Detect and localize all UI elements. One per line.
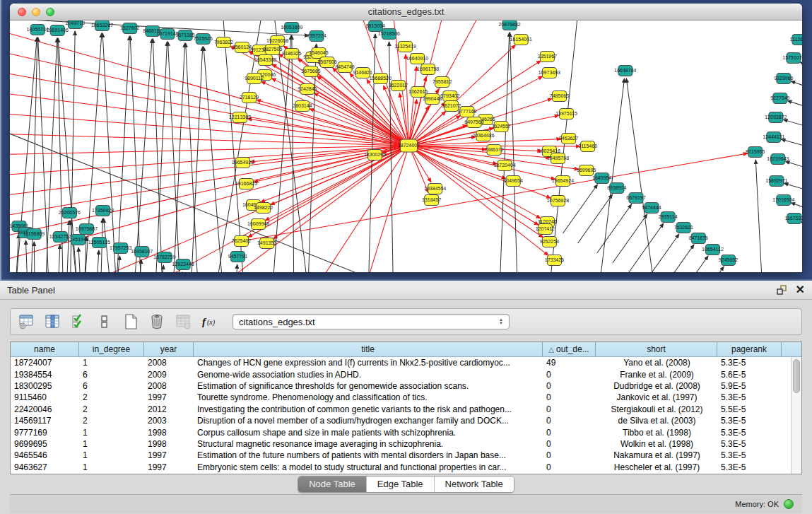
table-row[interactable]: 946362711997Embryonic stem cells: a mode…	[11, 462, 801, 473]
graph-edge[interactable]	[235, 264, 237, 272]
graph-edge[interactable]	[130, 36, 141, 272]
tab-network-table[interactable]: Network Table	[435, 477, 514, 492]
table-row[interactable]: 969969511998Structural magnetic resonanc…	[11, 438, 801, 450]
graph-edge[interactable]	[578, 194, 613, 243]
graph-edge[interactable]	[510, 33, 517, 272]
graph-edge[interactable]	[801, 222, 802, 231]
graph-node-label: 16210643	[767, 157, 789, 162]
graph-edge[interactable]	[783, 119, 802, 130]
column-header-out_de[interactable]: △out_de...	[543, 342, 596, 356]
graph-edge[interactable]	[613, 214, 647, 263]
column-header-pagerank[interactable]: pagerank	[717, 342, 782, 356]
graph-edge[interactable]	[626, 78, 654, 272]
graph-node-label: 9890112	[245, 76, 264, 81]
tab-edge-table[interactable]: Edge Table	[367, 477, 435, 492]
svg-text:(x): (x)	[207, 318, 216, 327]
table-cell: 5.3E-5	[717, 392, 782, 402]
graph-edge[interactable]	[66, 221, 69, 272]
graph-node-label: 16053809	[281, 25, 302, 30]
graph-edge[interactable]	[16, 234, 18, 272]
network-graph[interactable]: 1872400714055734206914062049710106532871…	[10, 21, 802, 272]
minimize-window-button[interactable]	[32, 8, 40, 16]
graph-edge[interactable]	[58, 245, 60, 272]
column-header-year[interactable]: year	[144, 342, 194, 356]
table-cell: Franke et al. (2009)	[596, 370, 717, 380]
table-row[interactable]: 1872400712008Changes of HCN gene express…	[11, 357, 801, 368]
table-row[interactable]: 946554611997Estimation of the future num…	[11, 450, 801, 461]
validate-columns-icon[interactable]	[70, 313, 87, 330]
graph-node-label: 16154001	[510, 37, 532, 42]
table-cell: 1997	[144, 392, 194, 402]
graph-node-label: 20691406	[47, 28, 69, 33]
column-header-name[interactable]: name	[11, 342, 79, 356]
graph-edge[interactable]	[755, 160, 762, 272]
graph-edge[interactable]	[186, 43, 199, 272]
graph-edge[interactable]	[791, 81, 802, 91]
column-header-short[interactable]: short	[596, 342, 717, 356]
graph-node-label: 10975887	[76, 227, 98, 232]
graph-edge[interactable]	[173, 43, 185, 272]
table-row[interactable]: 977716911998Corpus callosum shape and si…	[11, 426, 801, 438]
graph-edge[interactable]	[597, 204, 632, 253]
column-header-title[interactable]: title	[194, 342, 543, 356]
insert-column-icon[interactable]	[44, 313, 61, 330]
table-row[interactable]: 911546021997Tourette syndrome. Phenomeno…	[11, 392, 801, 403]
column-pair-icon[interactable]	[96, 313, 113, 330]
graph-edge[interactable]	[10, 70, 409, 146]
graph-node-label: 9827505	[263, 47, 282, 52]
table-row[interactable]: 2242004622012Investigating the contribut…	[11, 404, 801, 415]
network-window[interactable]: citations_edges.txt 18724007140557342069…	[10, 4, 802, 272]
column-header-in_degree[interactable]: in_degree	[79, 342, 144, 356]
graph-edge[interactable]	[689, 267, 724, 272]
table-panel-title: Table Panel	[7, 285, 55, 296]
table-row[interactable]: 1456911722003Disruption of a novel membe…	[11, 415, 801, 426]
graph-edge[interactable]	[785, 161, 802, 172]
vertical-scrollbar[interactable]	[791, 357, 801, 474]
graph-edge[interactable]	[629, 223, 664, 272]
graph-edge[interactable]	[223, 21, 244, 272]
table-settings-icon[interactable]	[18, 313, 35, 330]
network-window-titlebar[interactable]: citations_edges.txt	[10, 4, 802, 21]
graph-edge[interactable]	[784, 183, 802, 194]
graph-edge[interactable]	[563, 185, 597, 233]
graph-node-label: 9115460	[578, 144, 597, 149]
graph-edge[interactable]	[787, 100, 802, 111]
table-row[interactable]: 1830029562008Estimation of significance …	[11, 380, 801, 392]
graph-node-label: 2935114	[659, 215, 678, 220]
float-panel-icon[interactable]	[776, 284, 787, 296]
graph-edge[interactable]	[659, 245, 694, 272]
graph-edge[interactable]	[265, 146, 408, 221]
graph-edge[interactable]	[102, 33, 116, 272]
graph-edge[interactable]	[97, 250, 99, 272]
node-attribute-table: namein_degreeyeartitle△out_de...shortpag…	[10, 341, 802, 474]
graph-edge[interactable]	[117, 36, 130, 272]
graph-node-label: 13975115	[555, 112, 577, 117]
function-builder-icon[interactable]: f(x)	[201, 313, 218, 330]
graph-edge[interactable]	[10, 146, 409, 264]
network-canvas[interactable]: 1872400714055734206914062049710106532871…	[10, 21, 802, 272]
graph-edge[interactable]	[78, 247, 81, 272]
graph-edge[interactable]	[168, 42, 181, 272]
graph-edge[interactable]	[800, 62, 802, 74]
close-panel-icon[interactable]: ✕	[796, 284, 805, 296]
scrollbar-thumb[interactable]	[793, 359, 800, 393]
graph-edge[interactable]	[34, 242, 35, 272]
table-cell: Jankovic et al. (1997)	[596, 392, 717, 402]
graph-edge[interactable]	[781, 139, 802, 150]
graph-edge[interactable]	[673, 256, 708, 272]
tab-node-table[interactable]: Node Table	[298, 477, 367, 492]
graph-node-label: 15226058	[266, 39, 288, 44]
delete-table-icon[interactable]	[148, 313, 165, 330]
graph-edge[interactable]	[409, 146, 551, 158]
graph-edge[interactable]	[26, 240, 28, 272]
table-row[interactable]: 1938455462009Genome-wide association stu…	[11, 368, 801, 380]
graph-node-label: 9777169	[457, 110, 476, 115]
graph-node-label: 1167533	[785, 216, 802, 221]
graph-edge[interactable]	[791, 203, 802, 213]
network-table-selector[interactable]: citations_edges.txt ▲▼	[233, 314, 510, 329]
graph-node-label: 9245652	[719, 258, 738, 263]
close-window-button[interactable]	[18, 8, 26, 16]
zoom-window-button[interactable]	[46, 8, 54, 16]
new-document-icon[interactable]	[122, 313, 139, 330]
graph-edge[interactable]	[134, 39, 152, 272]
